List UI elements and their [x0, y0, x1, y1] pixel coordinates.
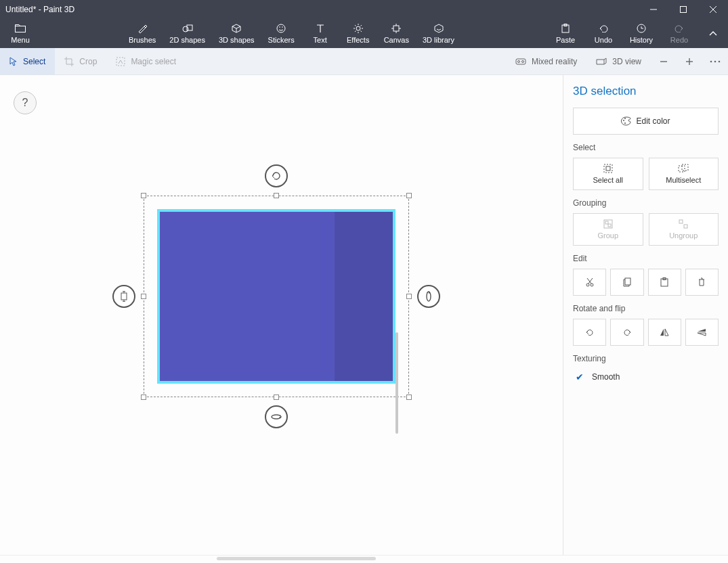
ribbon-paste[interactable]: Paste: [547, 19, 584, 48]
tool-select[interactable]: Select: [0, 48, 55, 74]
close-button[interactable]: [698, 0, 728, 19]
history-icon: [637, 23, 646, 34]
side-panel: 3D selection Edit color Select Select al…: [563, 75, 728, 555]
minimize-button[interactable]: [639, 0, 668, 19]
flip-h-icon: [660, 328, 669, 336]
multiselect-icon: [678, 164, 689, 173]
svg-rect-45: [608, 224, 611, 227]
status-bar: [0, 555, 728, 563]
svg-point-37: [624, 118, 626, 119]
ribbon-2d-shapes[interactable]: 2D shapes: [163, 19, 212, 48]
tool-3d-view[interactable]: 3D view: [586, 48, 651, 74]
svg-rect-23: [116, 58, 125, 66]
multiselect-button[interactable]: Multiselect: [649, 158, 719, 190]
window-title: Untitled* - Paint 3D: [5, 5, 74, 14]
svg-rect-4: [16, 26, 26, 32]
delete-button[interactable]: [685, 269, 719, 296]
shapes-3d-icon: [232, 23, 241, 34]
handle-ne[interactable]: [406, 193, 412, 198]
menu-label: Menu: [11, 36, 30, 44]
help-button[interactable]: ?: [14, 91, 37, 114]
svg-line-17: [360, 25, 362, 26]
text-icon: [316, 23, 324, 34]
rotate-section-label: Rotate and flip: [573, 304, 719, 313]
flip-horizontal-button[interactable]: [648, 319, 681, 346]
copy-icon: [623, 277, 631, 287]
handle-se[interactable]: [406, 395, 412, 400]
zoom-out[interactable]: [651, 48, 677, 74]
cut-icon: [586, 277, 594, 287]
handle-nw[interactable]: [141, 193, 146, 198]
flip-vertical-button[interactable]: [685, 319, 719, 346]
select-section-label: Select: [573, 143, 719, 152]
canvas-icon: [391, 23, 401, 34]
more-options[interactable]: [702, 48, 728, 74]
shapes-2d-icon: [182, 23, 193, 34]
scrollbar-vertical[interactable]: [395, 332, 398, 434]
handle-s[interactable]: [274, 395, 279, 400]
copy-button[interactable]: [610, 269, 643, 296]
depth-handle[interactable]: [112, 285, 135, 308]
undo-icon: [598, 23, 609, 34]
svg-point-30: [710, 60, 712, 62]
palette-icon: [621, 116, 632, 126]
edit-color-button[interactable]: Edit color: [573, 108, 719, 135]
resize-grabber[interactable]: [217, 557, 376, 560]
ribbon-brushes[interactable]: Brushes: [122, 19, 163, 48]
ribbon-3d-library[interactable]: 3D library: [416, 19, 461, 48]
svg-rect-46: [679, 220, 683, 223]
svg-line-18: [355, 31, 356, 32]
svg-point-38: [624, 122, 626, 124]
ribbon-undo[interactable]: Undo: [584, 19, 622, 48]
svg-line-16: [360, 31, 362, 32]
cursor-icon: [9, 57, 18, 66]
ribbon-3d-shapes[interactable]: 3D shapes: [212, 19, 261, 48]
svg-point-49: [591, 284, 593, 286]
ribbon-canvas[interactable]: Canvas: [377, 19, 416, 48]
rotate-z-handle[interactable]: [265, 164, 288, 187]
zoom-in[interactable]: [677, 48, 702, 74]
group-icon: [603, 219, 613, 229]
maximize-button[interactable]: [668, 0, 698, 19]
cut-button[interactable]: [573, 269, 606, 296]
smooth-checkbox[interactable]: ✔ Smooth: [573, 369, 719, 385]
rotate-y-handle[interactable]: [417, 285, 440, 308]
mixed-reality-icon: [515, 58, 526, 66]
ungroup-icon: [679, 219, 688, 229]
svg-point-7: [277, 24, 285, 32]
ungroup-button: Ungroup: [649, 213, 719, 246]
rotate-ccw-button[interactable]: [573, 319, 606, 346]
menu-button[interactable]: Menu: [0, 19, 41, 48]
ribbon-effects[interactable]: Effects: [339, 19, 377, 48]
panel-title: 3D selection: [573, 85, 719, 98]
svg-rect-39: [604, 164, 612, 173]
paste-icon: [561, 23, 570, 34]
handle-e[interactable]: [406, 294, 412, 299]
rotate-cw-button[interactable]: [610, 319, 643, 346]
folder-icon: [15, 23, 26, 34]
ribbon-stickers[interactable]: Stickers: [261, 19, 301, 48]
svg-point-48: [586, 284, 589, 286]
handle-w[interactable]: [141, 294, 146, 299]
ribbon-collapse[interactable]: [698, 19, 728, 48]
svg-point-5: [183, 26, 188, 32]
svg-point-10: [356, 26, 360, 30]
handle-sw[interactable]: [141, 395, 146, 400]
tool-crop: Crop: [55, 48, 106, 74]
selection-bounding-box: [144, 196, 409, 397]
ribbon-text[interactable]: Text: [301, 19, 339, 48]
svg-point-31: [714, 60, 716, 62]
select-all-button[interactable]: Select all: [573, 158, 643, 190]
canvas-area[interactable]: ?: [0, 75, 563, 555]
svg-line-15: [355, 25, 356, 26]
paste-button[interactable]: [648, 269, 681, 296]
selection-group[interactable]: [144, 196, 409, 397]
tool-mixed-reality[interactable]: Mixed reality: [506, 48, 586, 74]
edit-section-label: Edit: [573, 254, 719, 263]
svg-point-32: [719, 60, 721, 62]
rotate-x-handle[interactable]: [265, 405, 288, 428]
handle-n[interactable]: [274, 193, 279, 198]
ribbon-history[interactable]: History: [622, 19, 660, 48]
texturing-section-label: Texturing: [573, 354, 719, 363]
redo-icon: [674, 23, 685, 34]
